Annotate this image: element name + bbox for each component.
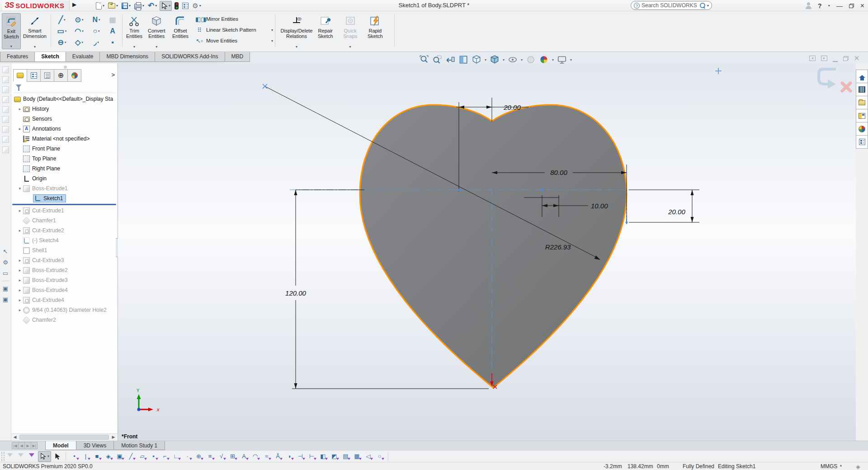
- tree-item-boss-extrude1[interactable]: ▾Boss-Extrude1: [11, 183, 117, 193]
- polygon-tool[interactable]: ◇▾: [71, 37, 88, 48]
- dropdown-icon[interactable]: ▾: [485, 58, 486, 62]
- expand-arrow-icon[interactable]: ▸: [17, 208, 23, 213]
- prev-tab-icon[interactable]: ◀: [18, 442, 25, 449]
- tab-mbd-dimensions[interactable]: MBD Dimensions: [99, 52, 155, 62]
- tree-item-sketch1[interactable]: Sketch1: [11, 193, 117, 203]
- search-dropdown-icon[interactable]: ▾: [707, 4, 709, 8]
- next-window-icon[interactable]: ▸: [821, 56, 827, 61]
- search-input[interactable]: Search SOLIDWORKS Help: [642, 2, 698, 9]
- tab-sketch[interactable]: Sketch: [34, 52, 66, 62]
- dropdown-icon[interactable]: ▾: [271, 39, 273, 43]
- filter-midpoints[interactable]: ∙: [182, 451, 193, 462]
- filter-sketch-segments[interactable]: ∟: [170, 451, 182, 462]
- filter-solid-bodies[interactable]: ▣: [114, 451, 125, 462]
- dropdown-icon[interactable]: ▾: [521, 58, 523, 62]
- units-dropdown-icon[interactable]: ▴: [840, 463, 842, 467]
- scroll-right-icon[interactable]: ▶: [110, 435, 117, 439]
- dropdown-icon[interactable]: ▾: [81, 41, 83, 44]
- last-tab-icon[interactable]: ▶|: [31, 442, 38, 449]
- mirror-entities-button[interactable]: ◧◨ Mirror Entities: [195, 15, 273, 23]
- previous-window-icon[interactable]: ◂: [809, 56, 816, 61]
- dimension-radius[interactable]: R226.93: [545, 243, 571, 251]
- filter-centerlines[interactable]: ≡: [204, 451, 216, 462]
- next-tab-icon[interactable]: ▶: [24, 442, 31, 449]
- window-minimize-icon[interactable]: ▁: [833, 56, 838, 61]
- pattern-grid-tool[interactable]: ▦: [105, 14, 120, 25]
- tree-item-cut-extrude4[interactable]: ▸Cut-Extrude4: [11, 295, 117, 305]
- dropdown-icon[interactable]: ▾: [64, 18, 66, 22]
- search-icon[interactable]: [700, 3, 705, 8]
- filter-notes[interactable]: A: [238, 451, 250, 462]
- file-properties-button[interactable]: [181, 1, 189, 11]
- tree-item-history[interactable]: ▸History: [11, 104, 117, 114]
- filter-sketch-points[interactable]: ▪: [148, 451, 159, 462]
- edit-repair-icon[interactable]: ⚙: [1, 259, 10, 266]
- help-button[interactable]: ?: [818, 2, 822, 9]
- home-tab[interactable]: [856, 70, 868, 83]
- expand-arrow-icon[interactable]: ▸: [17, 127, 23, 131]
- filter-weld-symbols[interactable]: ≈: [261, 451, 272, 462]
- feature-manager-tab[interactable]: [13, 69, 27, 82]
- filter-connection-points[interactable]: ▤: [340, 451, 351, 462]
- spline-tool[interactable]: N▾: [88, 14, 105, 25]
- tab-3d-views[interactable]: 3D Views: [76, 441, 114, 450]
- dropdown-icon[interactable]: ▾: [296, 45, 297, 49]
- filter-blocks[interactable]: ⊢: [306, 451, 317, 462]
- filter-surface-finish[interactable]: ◠: [250, 451, 261, 462]
- sketch-plus-point[interactable]: [715, 68, 722, 74]
- filter-datums[interactable]: ◑: [283, 451, 295, 462]
- dropdown-icon[interactable]: ▾: [10, 44, 12, 48]
- line-tool[interactable]: ╱▾: [53, 14, 71, 25]
- zoom-to-area-icon[interactable]: [432, 55, 442, 65]
- menu-flyout-arrow-icon[interactable]: ▶: [72, 1, 76, 8]
- tab-motion-study-1[interactable]: Motion Study 1: [113, 441, 165, 450]
- print-button[interactable]: ▾: [133, 1, 145, 11]
- expand-arrow-icon[interactable]: ▸: [17, 278, 23, 282]
- filter-center-marks[interactable]: ⊕: [193, 451, 204, 462]
- dropdown-icon[interactable]: ▾: [570, 58, 572, 62]
- clear-all-filters-icon[interactable]: [18, 453, 24, 460]
- tree-item-9-64-0-14063-diameter-hole2[interactable]: ▸9/64 (0.14063) Diameter Hole2: [11, 305, 117, 315]
- heart-sketch-profile[interactable]: [360, 105, 627, 388]
- clear-filters-icon[interactable]: [7, 453, 13, 460]
- sketch-fillet-tool[interactable]: ◞▾: [88, 37, 105, 48]
- file-explorer-tab[interactable]: [856, 96, 868, 109]
- toggle-filters-icon[interactable]: [29, 453, 34, 460]
- tree-item-origin[interactable]: Origin: [11, 174, 117, 183]
- tree-item-front-plane[interactable]: Front Plane: [11, 144, 117, 154]
- tab-solidworks-add-ins[interactable]: SOLIDWORKS Add-Ins: [155, 52, 225, 62]
- repair-sketch-button[interactable]: Repair Sketch: [316, 13, 335, 49]
- toolbar-grip-handle[interactable]: [1, 452, 5, 461]
- dimension-notch[interactable]: 10.00: [591, 202, 608, 210]
- dimension-height[interactable]: 120.00: [285, 289, 307, 297]
- rapid-sketch-button[interactable]: Rapid Sketch: [366, 13, 384, 49]
- slot-tool[interactable]: ⊖▾: [53, 37, 71, 48]
- dimension-lobe-width[interactable]: 20.00: [503, 103, 521, 111]
- graphics-viewport[interactable]: R226.93 20.00 80.00 10.00: [118, 63, 856, 441]
- minimize-button[interactable]: —: [836, 3, 843, 9]
- tree-item-cut-extrude3[interactable]: ▸Cut-Extrude3: [11, 255, 117, 265]
- tree-item-chamfer1[interactable]: Chamfer1: [11, 216, 117, 226]
- tree-item-top-plane[interactable]: Top Plane: [11, 154, 117, 164]
- help-dropdown-icon[interactable]: ▾: [828, 4, 830, 8]
- tab-features[interactable]: Features: [0, 52, 35, 62]
- expand-arrow-icon[interactable]: ▸: [17, 288, 23, 292]
- hide-show-items-icon[interactable]: [508, 55, 518, 65]
- display-delete-relations-button[interactable]: Display/Delete Relations ▾: [278, 13, 316, 49]
- dropdown-icon[interactable]: ▾: [271, 28, 273, 32]
- open-button[interactable]: ▾: [107, 1, 119, 11]
- units-selector[interactable]: MMGS: [821, 463, 837, 470]
- filter-dimensions[interactable]: √: [216, 451, 227, 462]
- search-box[interactable]: ? Search SOLIDWORKS Help ▾: [631, 1, 712, 10]
- filter-sketches[interactable]: ⌐: [159, 451, 170, 462]
- scroll-left-icon[interactable]: ◀: [11, 435, 19, 439]
- expand-arrow-icon[interactable]: ▸: [17, 258, 23, 263]
- arc-tool[interactable]: ◠▾: [71, 25, 88, 37]
- dropdown-icon[interactable]: ▾: [34, 45, 36, 49]
- tree-item-shell1[interactable]: Shell1: [11, 245, 117, 255]
- dropdown-icon[interactable]: ▾: [552, 58, 554, 62]
- dropdown-icon[interactable]: ▾: [82, 18, 84, 22]
- offset-entities-button[interactable]: Offset Entities: [171, 13, 190, 49]
- rollback-bar[interactable]: [12, 204, 116, 205]
- sketch-point-x-icon[interactable]: [263, 84, 267, 89]
